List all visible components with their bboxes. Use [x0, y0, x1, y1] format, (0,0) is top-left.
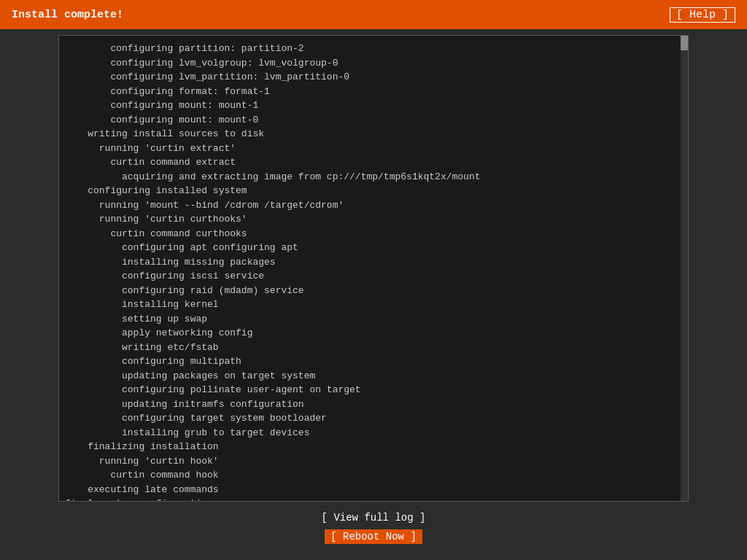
scrollbar[interactable] [681, 36, 688, 501]
help-button[interactable]: [ Help ] [670, 7, 735, 23]
log-content: configuring partition: partition-2 confi… [59, 36, 688, 502]
button-area: [ View full log ] [ Reboot Now ] [58, 502, 689, 550]
top-bar-title: Install complete! [12, 9, 123, 21]
scrollbar-thumb[interactable] [681, 36, 688, 50]
log-box: configuring partition: partition-2 confi… [58, 35, 689, 502]
main-content: configuring partition: partition-2 confi… [0, 29, 747, 560]
view-full-log-button[interactable]: [ View full log ] [316, 510, 432, 525]
top-bar: Install complete! [ Help ] [0, 0, 747, 29]
reboot-now-button[interactable]: [ Reboot Now ] [325, 529, 422, 544]
